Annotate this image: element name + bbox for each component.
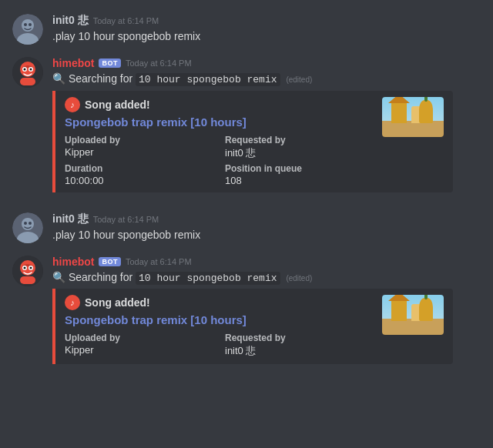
bot-badge-2: BOT bbox=[99, 257, 121, 266]
music-icon: ♪ bbox=[65, 97, 80, 112]
song-name-2: Spongebob trap remix [10 hours] bbox=[65, 313, 373, 326]
search-text: Searching for bbox=[69, 72, 132, 85]
field-requested-by: Requested by init0 悲 bbox=[225, 135, 373, 160]
field-position: Position in queue 108 bbox=[225, 163, 373, 186]
messages-container: init0 悲 Today at 6:14 PM .play 10 hour s… bbox=[0, 0, 493, 378]
field-label-requested: Requested by bbox=[225, 135, 373, 145]
edited-tag: (edited) bbox=[286, 75, 312, 84]
magnifier-icon: 🔍 bbox=[52, 72, 65, 85]
song-added-text-2: Song added! bbox=[85, 296, 150, 309]
username-bot-2: himebot bbox=[52, 256, 94, 268]
timestamp-bot: Today at 6:14 PM bbox=[126, 59, 192, 68]
field-requested-by-2: Requested by init0 悲 bbox=[225, 333, 373, 358]
message-header-2: init0 悲 Today at 6:14 PM bbox=[52, 212, 481, 226]
embed-song-title: ♪ Song added! bbox=[65, 97, 373, 112]
edited-tag-2: (edited) bbox=[286, 274, 312, 283]
svg-point-3 bbox=[24, 23, 27, 26]
search-line-2: 🔍 Searching for 10 hour spongebob remix … bbox=[52, 269, 481, 286]
avatar-bot-2 bbox=[12, 256, 43, 286]
field-label-duration: Duration bbox=[65, 163, 213, 174]
svg-point-22 bbox=[30, 266, 32, 269]
svg-point-4 bbox=[29, 23, 32, 26]
field-label-position: Position in queue bbox=[225, 163, 373, 174]
embed-thumbnail-2 bbox=[382, 295, 444, 335]
field-value-uploaded: Kipper bbox=[65, 146, 213, 158]
svg-point-16 bbox=[29, 222, 32, 225]
timestamp-bot-2: Today at 6:14 PM bbox=[126, 257, 192, 266]
field-value-uploaded-2: Kipper bbox=[65, 344, 213, 356]
timestamp-2: Today at 6:14 PM bbox=[93, 215, 159, 224]
embed-2: ♪ Song added! Spongebob trap remix [10 h… bbox=[52, 289, 453, 364]
embed-thumbnail bbox=[382, 97, 444, 137]
message-group-bot-2: himebot BOT Today at 6:14 PM 🔍 Searching… bbox=[0, 249, 493, 371]
embed-song-title-2: ♪ Song added! bbox=[65, 295, 373, 310]
svg-point-21 bbox=[24, 266, 26, 269]
search-query-2: 10 hour spongebob remix bbox=[136, 272, 280, 285]
svg-point-9 bbox=[24, 69, 26, 71]
thumbnail-canvas bbox=[382, 97, 444, 137]
message-text: .play 10 hour spongebob remix bbox=[52, 29, 481, 45]
field-value-duration: 10:00:00 bbox=[65, 175, 213, 186]
thumbnail-canvas-2 bbox=[382, 295, 444, 335]
username-bot: himebot bbox=[52, 57, 94, 69]
magnifier-icon-2: 🔍 bbox=[52, 271, 65, 283]
avatar bbox=[12, 14, 43, 45]
svg-point-10 bbox=[30, 69, 32, 71]
username-2: init0 悲 bbox=[52, 212, 89, 226]
field-label-uploaded: Uploaded by bbox=[65, 135, 213, 145]
message-header: init0 悲 Today at 6:14 PM bbox=[52, 14, 481, 28]
song-name: Spongebob trap remix [10 hours] bbox=[65, 115, 373, 129]
message-group: init0 悲 Today at 6:14 PM .play 10 hour s… bbox=[0, 8, 493, 51]
embed-fields: Uploaded by Kipper Requested by init0 悲 … bbox=[65, 135, 373, 186]
field-duration: Duration 10:00:00 bbox=[65, 163, 213, 186]
message-content-2: init0 悲 Today at 6:14 PM .play 10 hour s… bbox=[52, 212, 481, 243]
field-uploaded-by: Uploaded by Kipper bbox=[65, 135, 213, 160]
music-icon-2: ♪ bbox=[65, 295, 80, 310]
field-value-requested: init0 悲 bbox=[225, 146, 373, 160]
svg-point-15 bbox=[24, 222, 27, 225]
timestamp: Today at 6:14 PM bbox=[93, 16, 159, 25]
message-group-bot: himebot BOT Today at 6:14 PM 🔍 Searching… bbox=[0, 51, 493, 199]
svg-rect-11 bbox=[20, 78, 35, 85]
message-header-bot: himebot BOT Today at 6:14 PM bbox=[52, 57, 481, 69]
username: init0 悲 bbox=[52, 14, 89, 28]
message-group-2: init0 悲 Today at 6:14 PM .play 10 hour s… bbox=[0, 206, 493, 249]
svg-rect-23 bbox=[20, 276, 35, 284]
search-text-2: Searching for bbox=[69, 271, 132, 283]
embed-body-2: ♪ Song added! Spongebob trap remix [10 h… bbox=[65, 295, 373, 358]
avatar-2 bbox=[12, 212, 43, 243]
song-added-text: Song added! bbox=[85, 99, 150, 111]
search-line: 🔍 Searching for 10 hour spongebob remix … bbox=[52, 71, 481, 88]
embed-body: ♪ Song added! Spongebob trap remix [10 h… bbox=[65, 97, 373, 186]
field-label-requested-2: Requested by bbox=[225, 333, 373, 343]
message-content-bot-2: himebot BOT Today at 6:14 PM 🔍 Searching… bbox=[52, 256, 481, 365]
embed: ♪ Song added! Spongebob trap remix [10 h… bbox=[52, 91, 453, 192]
avatar-bot bbox=[12, 57, 43, 88]
message-text-2: .play 10 hour spongebob remix bbox=[52, 228, 481, 243]
field-label-uploaded-2: Uploaded by bbox=[65, 333, 213, 343]
field-uploaded-by-2: Uploaded by Kipper bbox=[65, 333, 213, 358]
bot-badge: BOT bbox=[99, 59, 121, 68]
field-value-position: 108 bbox=[225, 175, 373, 186]
message-content-bot: himebot BOT Today at 6:14 PM 🔍 Searching… bbox=[52, 57, 481, 192]
embed-fields-2: Uploaded by Kipper Requested by init0 悲 bbox=[65, 333, 373, 358]
search-query: 10 hour spongebob remix bbox=[136, 73, 280, 86]
message-header-bot-2: himebot BOT Today at 6:14 PM bbox=[52, 256, 481, 268]
message-content: init0 悲 Today at 6:14 PM .play 10 hour s… bbox=[52, 14, 481, 45]
field-value-requested-2: init0 悲 bbox=[225, 344, 373, 358]
